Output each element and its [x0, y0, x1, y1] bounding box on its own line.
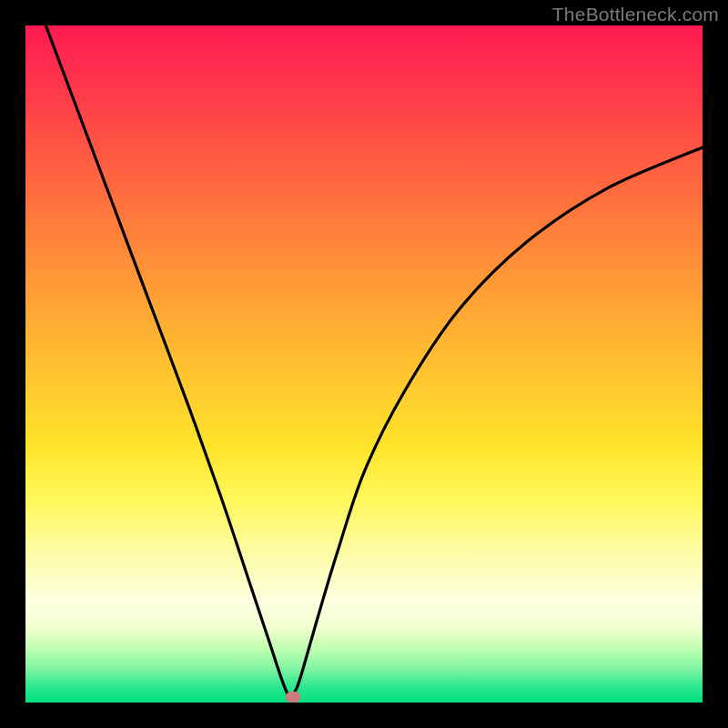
- plot-area: [25, 25, 703, 703]
- bottleneck-curve: [25, 25, 703, 703]
- chart-frame: TheBottleneck.com: [0, 0, 728, 728]
- watermark-text: TheBottleneck.com: [552, 4, 719, 25]
- optimal-marker: [286, 692, 300, 703]
